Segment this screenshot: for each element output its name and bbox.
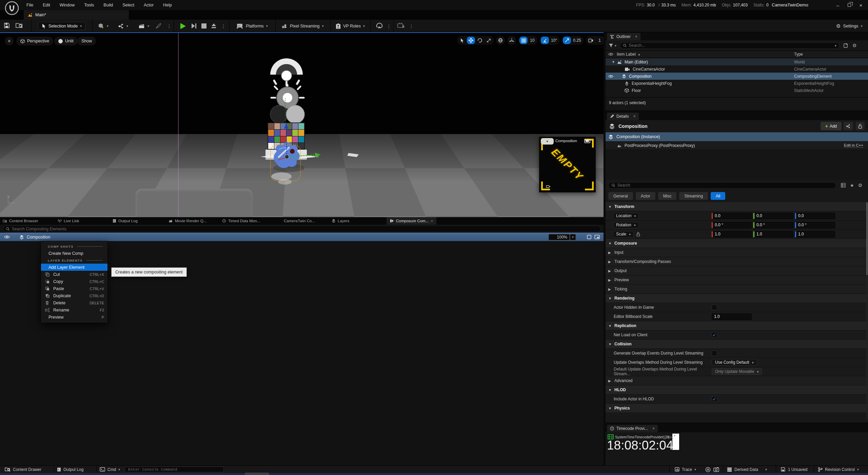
- filter-actor[interactable]: Actor: [636, 192, 655, 200]
- derived-data-dropdown[interactable]: Derived Data ▾: [727, 466, 767, 473]
- surface-snapping-toggle[interactable]: [507, 36, 516, 45]
- section-preview[interactable]: ▶Preview: [606, 276, 868, 285]
- close-button[interactable]: ×: [855, 0, 867, 10]
- component-row-composition-instance[interactable]: Composition (Instance): [606, 132, 868, 141]
- outliner-search-input[interactable]: [629, 43, 833, 48]
- preview-dropdown-button[interactable]: ▾: [541, 138, 554, 145]
- location-dropdown[interactable]: Location▾: [613, 213, 639, 219]
- level-viewport[interactable]: ≡ Perspective Unlit Show 10: [0, 32, 604, 217]
- section-composure[interactable]: ▼Composure: [606, 239, 868, 248]
- timecode-dropdown-button[interactable]: ▾: [672, 434, 679, 450]
- tab-cameratwin[interactable]: CameraTwin Co...: [284, 217, 315, 225]
- add-outliner-icon[interactable]: [844, 43, 848, 48]
- scale-z-field[interactable]: 1.0: [795, 231, 835, 238]
- component-row-postprocessproxy[interactable]: PostProcessProxy (PostProcessProxy) Edit…: [606, 141, 868, 150]
- view-mode-dropdown[interactable]: Unlit: [54, 37, 78, 45]
- tab-movie-render-queue[interactable]: Movie Render Q...: [169, 217, 206, 225]
- filter-streaming[interactable]: Streaming: [679, 192, 708, 200]
- location-z-field[interactable]: 0.0: [795, 213, 835, 219]
- camera-speed-value[interactable]: 1: [596, 38, 604, 43]
- play-options-dots[interactable]: ⋮: [221, 23, 226, 29]
- tab-live-link[interactable]: Live Link: [58, 217, 79, 225]
- settings-dropdown[interactable]: ⚙ Settings ▾: [836, 20, 863, 32]
- menu-build[interactable]: Build: [99, 0, 118, 10]
- add-component-button[interactable]: + Add: [821, 122, 842, 130]
- scale-unlock-icon[interactable]: [636, 232, 640, 236]
- tab-timed-data-monitor[interactable]: Timed Data Mon...: [222, 217, 260, 225]
- menu-item-duplicate[interactable]: + DuplicateCTRL+D: [41, 292, 107, 299]
- outliner-row-heightfog[interactable]: ExponentialHeightFog ExponentialHeightFo…: [606, 80, 868, 87]
- menu-item-paste[interactable]: PasteCTRL+V: [41, 285, 107, 292]
- section-transform[interactable]: ▼Transform: [606, 202, 868, 211]
- angle-snap-toggle[interactable]: [541, 37, 549, 44]
- play-button[interactable]: [180, 23, 186, 29]
- outliner-row-cinecamera[interactable]: CineCameraActor CineCameraActor: [606, 65, 868, 73]
- freeze-frame-icon[interactable]: [587, 234, 592, 240]
- details-scrollbar-thumb[interactable]: [866, 202, 868, 275]
- angle-snap-value[interactable]: 10°: [550, 38, 558, 43]
- level-tab-main[interactable]: Main*: [24, 10, 129, 20]
- details-search-input[interactable]: [617, 183, 833, 188]
- capture-options-dots[interactable]: ⋮: [409, 23, 414, 29]
- unreal-logo-icon[interactable]: [5, 1, 19, 15]
- filter-icon[interactable]: [609, 43, 613, 48]
- menu-item-add-layer-element[interactable]: Add Layer Element: [41, 264, 107, 271]
- menu-window[interactable]: Window: [55, 0, 79, 10]
- preview-zoom-dropdown[interactable]: ▾: [570, 234, 576, 240]
- camera-speed-button[interactable]: [587, 37, 595, 44]
- menu-item-delete[interactable]: DeleteDELETE: [41, 299, 107, 306]
- preview-projector-icon[interactable]: [546, 185, 551, 188]
- lock-button[interactable]: [856, 122, 865, 130]
- rotation-z-field[interactable]: 0.0 °: [795, 222, 835, 228]
- column-type[interactable]: Type: [794, 52, 803, 57]
- outliner-search[interactable]: ▾: [620, 42, 840, 49]
- details-scrollbar-track[interactable]: [866, 202, 868, 419]
- menu-item-cut[interactable]: CutCTRL+X: [41, 271, 107, 278]
- menu-file[interactable]: File: [22, 0, 38, 10]
- show-dropdown[interactable]: Show: [77, 37, 96, 45]
- console-input[interactable]: [128, 467, 220, 472]
- menu-help[interactable]: Help: [158, 0, 177, 10]
- minimize-button[interactable]: –: [832, 0, 844, 10]
- scale-snap-value[interactable]: 0.25: [572, 38, 582, 43]
- section-advanced[interactable]: ▶Advanced: [606, 376, 868, 385]
- gear-icon[interactable]: ⚙: [858, 183, 863, 188]
- vp-roles-dropdown[interactable]: VP Roles ▾: [336, 20, 365, 32]
- compositing-search[interactable]: [3, 226, 601, 232]
- eject-button[interactable]: [211, 23, 217, 28]
- preview-monitor-icon[interactable]: [584, 139, 590, 143]
- net-load-checkbox[interactable]: ✓: [712, 332, 717, 338]
- trace-dropdown[interactable]: Trace ▾: [675, 466, 696, 473]
- composition-element-row[interactable]: Composition 100% ▾: [0, 233, 604, 241]
- edit-in-cpp-link[interactable]: Edit in C++: [844, 143, 863, 148]
- section-transform-compositing-passes[interactable]: ▶Transform/Compositing Passes: [606, 257, 868, 266]
- unsaved-button[interactable]: * 1 Unsaved: [781, 466, 807, 473]
- update-overlaps-dropdown[interactable]: Use Config Default▾: [712, 359, 757, 366]
- menu-item-rename[interactable]: RenameF2: [41, 306, 107, 314]
- restore-button[interactable]: [844, 0, 855, 10]
- media-capture-icon[interactable]: [397, 22, 405, 29]
- close-tab-icon[interactable]: ×: [635, 34, 637, 39]
- menu-edit[interactable]: Edit: [38, 0, 55, 10]
- composition-preview-overlay[interactable]: EMPTY ▾ Composition: [539, 137, 596, 192]
- console-command-input[interactable]: [125, 467, 224, 472]
- menu-tools[interactable]: Tools: [79, 0, 99, 10]
- blueprint-edit-button[interactable]: [844, 122, 853, 130]
- outliner-row-floor[interactable]: Floor StaticMeshActor: [606, 87, 868, 94]
- location-y-field[interactable]: 0.0: [753, 213, 793, 219]
- pixel-streaming-dropdown[interactable]: Pixel Streaming ▾: [281, 20, 324, 32]
- perspective-dropdown[interactable]: Perspective: [16, 37, 53, 45]
- tab-output-log[interactable]: Output Log: [113, 217, 138, 225]
- blueprints-button[interactable]: ▾: [118, 20, 128, 32]
- rotate-tool[interactable]: [476, 37, 484, 44]
- star-icon[interactable]: ★: [850, 183, 854, 188]
- menu-actor[interactable]: Actor: [139, 0, 158, 10]
- section-ticking[interactable]: ▶Ticking: [606, 285, 868, 294]
- cinematics-button[interactable]: ▾: [138, 20, 149, 32]
- pause-insights-button[interactable]: [705, 466, 711, 473]
- details-search[interactable]: [608, 182, 836, 189]
- section-rendering[interactable]: ▼Rendering: [606, 294, 868, 303]
- selection-mode-dropdown[interactable]: Selection Mode ▾: [38, 22, 85, 30]
- tab-layers[interactable]: Layers: [332, 217, 350, 225]
- eye-icon[interactable]: [4, 235, 10, 239]
